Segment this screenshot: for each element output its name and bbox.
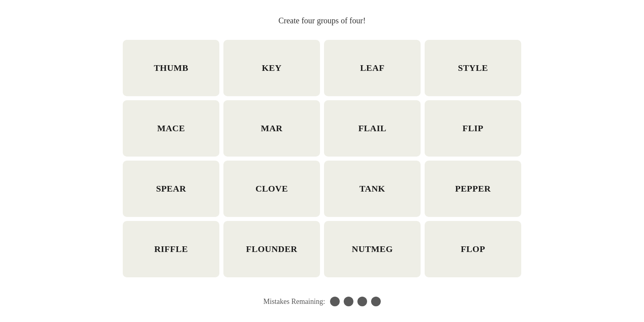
tile-label-9: CLOVE [256, 184, 288, 194]
subtitle: Create four groups of four! [279, 16, 366, 25]
tile-8[interactable]: SPEAR [123, 161, 219, 217]
tile-11[interactable]: PEPPER [425, 161, 521, 217]
tile-label-15: FLOP [461, 244, 485, 254]
tile-4[interactable]: MACE [123, 100, 219, 157]
tile-5[interactable]: MAR [223, 100, 320, 157]
tile-label-7: FLIP [462, 123, 483, 134]
tile-label-12: RIFFLE [154, 244, 188, 254]
tile-label-3: STYLE [458, 63, 488, 73]
tile-label-5: MAR [261, 123, 283, 134]
tile-6[interactable]: FLAIL [324, 100, 421, 157]
tile-label-2: LEAF [360, 63, 385, 73]
mistake-dot-3 [371, 297, 381, 306]
tile-label-13: FLOUNDER [246, 244, 297, 254]
tile-0[interactable]: THUMB [123, 40, 219, 96]
tile-9[interactable]: CLOVE [223, 161, 320, 217]
tile-label-11: PEPPER [455, 184, 491, 194]
tile-grid: THUMBKEYLEAFSTYLEMACEMARFLAILFLIPSPEARCL… [123, 40, 521, 277]
tile-label-8: SPEAR [156, 184, 186, 194]
tile-label-0: THUMB [154, 63, 188, 73]
tile-7[interactable]: FLIP [425, 100, 521, 157]
tile-label-4: MACE [157, 123, 185, 134]
tile-label-10: TANK [359, 184, 385, 194]
mistakes-section: Mistakes Remaining: [263, 297, 380, 306]
page-wrapper: Create four groups of four! THUMBKEYLEAF… [0, 0, 644, 322]
mistake-dot-2 [357, 297, 367, 306]
mistakes-dots [330, 297, 381, 306]
tile-15[interactable]: FLOP [425, 221, 521, 277]
tile-12[interactable]: RIFFLE [123, 221, 219, 277]
tile-3[interactable]: STYLE [425, 40, 521, 96]
mistake-dot-1 [344, 297, 353, 306]
tile-10[interactable]: TANK [324, 161, 421, 217]
tile-label-1: KEY [262, 63, 281, 73]
tile-14[interactable]: NUTMEG [324, 221, 421, 277]
tile-1[interactable]: KEY [223, 40, 320, 96]
tile-label-14: NUTMEG [352, 244, 393, 254]
mistakes-label: Mistakes Remaining: [263, 297, 325, 306]
tile-label-6: FLAIL [358, 123, 386, 134]
mistake-dot-0 [330, 297, 340, 306]
tile-2[interactable]: LEAF [324, 40, 421, 96]
tile-13[interactable]: FLOUNDER [223, 221, 320, 277]
